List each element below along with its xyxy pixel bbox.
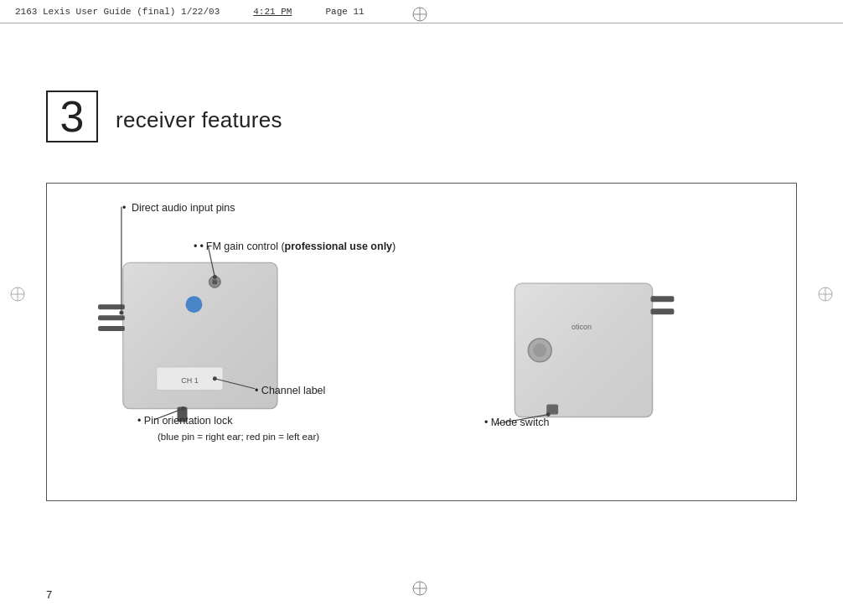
svg-rect-12 — [98, 304, 125, 309]
header-time: 4:21 PM — [253, 7, 292, 17]
registration-mark-bottom — [411, 579, 429, 598]
svg-point-33 — [213, 376, 217, 380]
section-number: 3 — [60, 95, 85, 138]
page-number: 7 — [46, 588, 52, 601]
diagram-inner: CH 1 oticon — [47, 184, 796, 500]
section-title: receiver features — [116, 107, 282, 133]
svg-point-26 — [533, 344, 546, 357]
receiver-right-device: oticon — [515, 283, 674, 417]
svg-rect-14 — [98, 326, 125, 331]
svg-rect-16 — [157, 367, 224, 391]
svg-rect-21 — [515, 283, 652, 417]
label-fm-gain: • FM gain control (professional use only… — [194, 241, 396, 252]
label-mode: • Mode switch — [484, 417, 549, 428]
header-title: 2163 Lexis User Guide (final) 1/22/03 — [15, 7, 220, 17]
svg-text:CH 1: CH 1 — [181, 376, 198, 385]
svg-text:oticon: oticon — [571, 323, 592, 331]
label-channel: • Channel label — [255, 385, 325, 396]
svg-point-18 — [209, 276, 220, 287]
diagram-svg: CH 1 oticon — [47, 184, 796, 500]
svg-point-25 — [528, 339, 551, 362]
registration-mark-left — [8, 285, 27, 303]
svg-rect-20 — [515, 283, 652, 417]
svg-point-29 — [119, 311, 123, 315]
registration-mark-top — [411, 5, 429, 23]
registration-mark-right — [816, 285, 835, 303]
label-direct-audio: Direct audio input pins — [122, 202, 235, 214]
header-page: Page 11 — [325, 7, 364, 17]
svg-point-31 — [213, 275, 217, 279]
svg-rect-23 — [651, 308, 675, 314]
section-number-box: 3 — [46, 91, 98, 142]
svg-point-19 — [212, 279, 217, 284]
label-pin-orientation: • Pin orientation lock — [137, 415, 232, 427]
svg-rect-13 — [98, 315, 125, 320]
receiver-left-device: CH 1 — [98, 263, 277, 422]
diagram-box: CH 1 oticon — [46, 183, 797, 501]
svg-point-35 — [181, 406, 185, 411]
svg-rect-22 — [651, 296, 675, 302]
svg-line-32 — [215, 379, 255, 389]
svg-rect-27 — [546, 405, 558, 415]
svg-point-11 — [185, 296, 202, 313]
label-pin-sub: (blue pin = right ear; red pin = left ea… — [158, 432, 319, 442]
